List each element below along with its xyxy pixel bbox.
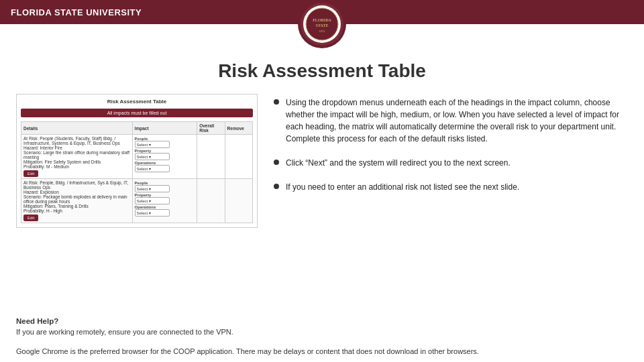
row2-remove [225,179,252,223]
row1-people-select[interactable]: Select ▾ [135,141,170,148]
bullet-text-2: Click “Next” and the system will redirec… [286,157,511,169]
row1-hazard: Hazard: Interior Fire [23,145,130,150]
row1-details: At Risk: People (Students, Faculty, Staf… [21,135,133,179]
main-content: Risk Assessment Table All impacts must b… [0,94,644,228]
row2-overall-risk [197,179,225,223]
alert-bar: All impacts must be filled out [21,109,253,117]
bullet-dot-2 [274,160,279,165]
row1-probability: Probability: M - Medium [23,164,130,169]
svg-text:FLORIDA: FLORIDA [313,18,331,22]
svg-text:STATE: STATE [316,23,329,27]
row1-impact: People Select ▾ Property Select ▾ Operat… [132,135,197,179]
row2-mitigation: Mitigation: Plans, Training & Drills [23,204,130,208]
col-impact: Impact [132,122,197,135]
bullet-item-3: If you need to enter an additional risk … [274,181,628,193]
table-row: At Risk: People, Bldg. / Infrastructure,… [21,179,253,223]
row2-edit-button[interactable]: Edit [23,215,38,221]
row2-probability: Probability: H - High [23,208,130,213]
bullet-dot-1 [274,99,279,105]
bullet-dot-3 [274,184,279,189]
row1-remove [225,135,252,179]
row2-at-risk: At Risk: People, Bldg. / Infrastructure,… [23,180,130,190]
fsu-seal-icon: FLORIDA STATE 1851 [298,0,346,48]
table-row: At Risk: People (Students, Faculty, Staf… [21,135,253,179]
fsu-logo-container: FLORIDA STATE 1851 [298,0,346,51]
row1-at-risk: At Risk: People (Students, Faculty, Staf… [23,136,130,145]
page-title: Risk Assessment Table [0,54,644,91]
table-panel: Risk Assessment Table All impacts must b… [16,94,258,228]
footer-line2: Google Chrome is the preferred browser f… [16,346,628,357]
bullet-item-2: Click “Next” and the system will redirec… [274,157,628,169]
bullet-item-1: Using the dropdown menus underneath each… [274,97,628,145]
col-remove: Remove [225,122,252,135]
col-details: Details [21,122,133,135]
row2-scenario: Scenario: Package bomb explodes at deliv… [23,194,130,204]
table-panel-title: Risk Assessment Table [21,99,253,105]
row2-property-select[interactable]: Select ▾ [135,197,170,204]
col-overall-risk: Overall Risk [197,122,225,135]
row2-operations-select[interactable]: Select ▾ [135,209,170,217]
row1-overall-risk [197,135,225,179]
row1-edit-button[interactable]: Edit [23,170,38,177]
row2-details: At Risk: People, Bldg. / Infrastructure,… [21,179,133,223]
row1-scenario: Scenario: Large fire strain office durin… [23,150,130,160]
row1-operations-select[interactable]: Select ▾ [135,165,170,172]
row1-mitigation: Mitigation: Fire Safety System and Drill… [23,160,130,164]
row2-people-select[interactable]: Select ▾ [135,185,170,192]
need-help-label: Need Help? [16,317,628,325]
risk-table: Details Impact Overall Risk Remove At Ri… [21,121,253,223]
row2-impact: People Select ▾ Property Select ▾ Operat… [132,179,197,223]
right-panel: Using the dropdown menus underneath each… [274,94,628,228]
row1-property-select[interactable]: Select ▾ [135,153,170,160]
row2-hazard: Hazard: Explosion [23,190,130,194]
university-name: FLORIDA STATE UNIVERSITY [11,7,142,17]
svg-text:1851: 1851 [319,29,326,33]
bullet-text-1: Using the dropdown menus underneath each… [286,97,628,145]
bullet-text-3: If you need to enter an additional risk … [286,181,519,193]
footer: Need Help? If you are working remotely, … [0,313,644,362]
footer-line1: If you are working remotely, ensure you … [16,326,628,338]
